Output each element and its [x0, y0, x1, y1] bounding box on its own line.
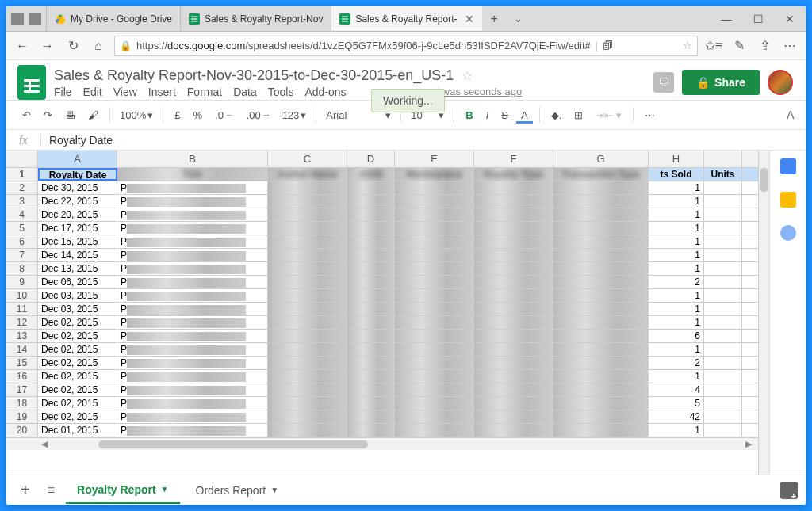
cell-txn-type[interactable]	[553, 343, 649, 356]
doc-title[interactable]: Sales & Royalty Report-Nov-30-2015-to-De…	[54, 67, 454, 84]
cell-title[interactable]: P	[117, 343, 268, 356]
cell-units[interactable]	[704, 357, 742, 369]
cell-market[interactable]	[395, 181, 474, 194]
col-header-C[interactable]: C	[268, 151, 347, 167]
cell-date[interactable]: Dec 13, 2015	[38, 262, 117, 275]
cell-royalty-type[interactable]	[474, 316, 553, 329]
favorites-icon[interactable]: ✩≡	[704, 38, 723, 53]
collapse-toolbar-button[interactable]: ᐱ	[787, 109, 795, 121]
borders-button[interactable]: ⊞	[569, 106, 588, 124]
row-number[interactable]: 15	[6, 357, 38, 369]
cell-txn-type[interactable]	[553, 303, 649, 315]
cell-author[interactable]	[268, 289, 347, 302]
cell-royalty-type[interactable]	[474, 276, 553, 288]
cell-sold[interactable]: 42	[649, 410, 704, 423]
cell-units[interactable]	[704, 330, 742, 342]
share-button[interactable]: 🔒 Share	[682, 70, 760, 95]
cell-units[interactable]	[704, 222, 742, 235]
row-number[interactable]: 10	[6, 289, 38, 302]
cell-title[interactable]: P	[117, 410, 268, 423]
more-toolbar-button[interactable]: ⋯	[640, 106, 660, 124]
fx-input[interactable]: Royalty Date	[41, 134, 121, 147]
cell-units[interactable]	[704, 181, 742, 194]
cell-market[interactable]	[395, 330, 474, 342]
cell-sold[interactable]: 1	[649, 424, 704, 437]
cell-H1[interactable]: ts Sold	[649, 168, 704, 181]
cell-royalty-type[interactable]	[474, 357, 553, 369]
cell-units[interactable]	[704, 249, 742, 261]
cell-txn-type[interactable]	[553, 316, 649, 329]
tab-actions-button[interactable]: ⌄	[506, 6, 530, 31]
cell-sold[interactable]: 1	[649, 262, 704, 275]
cell-units[interactable]	[704, 424, 742, 437]
cell-market[interactable]	[395, 303, 474, 315]
cell-market[interactable]	[395, 397, 474, 410]
sheet-tab-orders[interactable]: Orders Report ▼	[185, 478, 290, 503]
col-header-I[interactable]	[704, 151, 742, 167]
row-number[interactable]: 8	[6, 262, 38, 275]
cell-txn-type[interactable]	[553, 222, 649, 235]
cell-txn-type[interactable]	[553, 397, 649, 410]
cell-title[interactable]: P	[117, 289, 268, 302]
row-number[interactable]: 7	[6, 249, 38, 261]
cell-asin[interactable]	[347, 357, 395, 369]
paint-format-button[interactable]: 🖌	[83, 106, 103, 124]
cell-C1[interactable]: Author Name	[268, 168, 347, 181]
cell-title[interactable]: P	[117, 424, 268, 437]
cell-date[interactable]: Dec 22, 2015	[38, 195, 117, 208]
share-page-icon[interactable]: ⇪	[755, 38, 774, 53]
account-avatar[interactable]	[768, 70, 793, 95]
cell-sold[interactable]: 1	[649, 195, 704, 208]
menu-addons[interactable]: Add-ons	[304, 86, 346, 98]
cell-txn-type[interactable]	[553, 276, 649, 288]
cell-sold[interactable]: 1	[649, 249, 704, 261]
cell-txn-type[interactable]	[553, 330, 649, 342]
row-number[interactable]: 5	[6, 222, 38, 235]
vscroll-thumb[interactable]	[760, 168, 768, 192]
vertical-scrollbar[interactable]	[758, 151, 769, 475]
cell-D1[interactable]: ASIN	[347, 168, 395, 181]
cell-title[interactable]: P	[117, 276, 268, 288]
cell-date[interactable]: Dec 02, 2015	[38, 343, 117, 356]
back-button[interactable]: ←	[13, 39, 32, 53]
cell-date[interactable]: Dec 17, 2015	[38, 222, 117, 235]
keep-icon[interactable]	[780, 192, 796, 208]
cell-title[interactable]: P	[117, 222, 268, 235]
cell-royalty-type[interactable]	[474, 410, 553, 423]
cell-royalty-type[interactable]	[474, 222, 553, 235]
menu-data[interactable]: Data	[233, 86, 257, 98]
hscroll-thumb[interactable]	[98, 440, 368, 448]
increase-decimal-button[interactable]: .00→	[242, 106, 276, 124]
cell-date[interactable]: Dec 02, 2015	[38, 316, 117, 329]
cell-author[interactable]	[268, 397, 347, 410]
cell-units[interactable]	[704, 410, 742, 423]
row-number[interactable]: 17	[6, 383, 38, 396]
zoom-select[interactable]: 100% ▾	[117, 108, 156, 123]
cell-date[interactable]: Dec 14, 2015	[38, 249, 117, 261]
cell-units[interactable]	[704, 276, 742, 288]
col-header-A[interactable]: A	[38, 151, 117, 167]
col-header-G[interactable]: G	[553, 151, 649, 167]
cell-date[interactable]: Dec 02, 2015	[38, 370, 117, 383]
cell-date[interactable]: Dec 02, 2015	[38, 397, 117, 410]
cell-author[interactable]	[268, 235, 347, 248]
row-number[interactable]: 14	[6, 343, 38, 356]
cell-market[interactable]	[395, 289, 474, 302]
cell-date[interactable]: Dec 02, 2015	[38, 330, 117, 342]
comments-button[interactable]: 🗨	[653, 72, 674, 93]
col-header-B[interactable]: B	[117, 151, 268, 167]
cell-royalty-type[interactable]	[474, 235, 553, 248]
row-number[interactable]: 3	[6, 195, 38, 208]
strike-button[interactable]: S	[496, 106, 513, 124]
cell-royalty-type[interactable]	[474, 370, 553, 383]
cell-txn-type[interactable]	[553, 289, 649, 302]
cell-units[interactable]	[704, 289, 742, 302]
row-number[interactable]: 1	[6, 168, 38, 181]
cell-sold[interactable]: 2	[649, 276, 704, 288]
cell-title[interactable]: P	[117, 357, 268, 369]
cell-date[interactable]: Dec 02, 2015	[38, 410, 117, 423]
cell-date[interactable]: Dec 20, 2015	[38, 208, 117, 221]
tasks-icon[interactable]	[780, 225, 796, 241]
row-number[interactable]: 12	[6, 316, 38, 329]
cell-title[interactable]: P	[117, 303, 268, 315]
